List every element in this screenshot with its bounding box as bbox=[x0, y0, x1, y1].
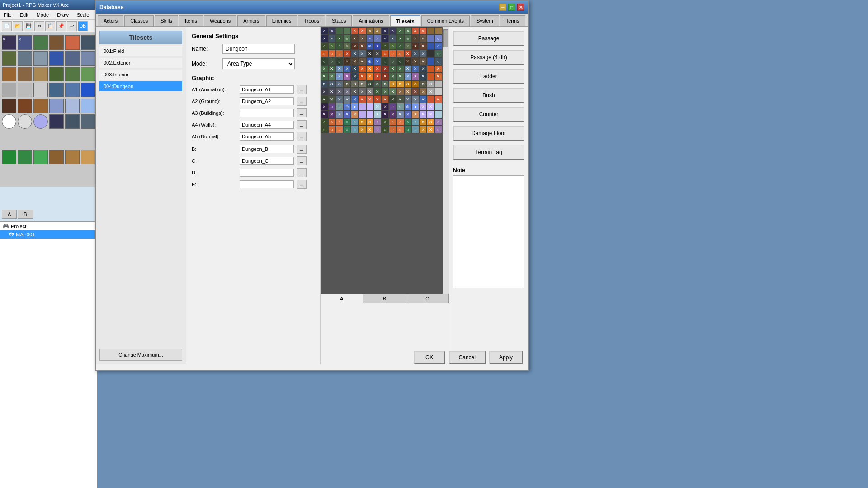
tile-cell[interactable] bbox=[2, 150, 16, 164]
tile-cell[interactable] bbox=[49, 35, 64, 50]
a1-browse[interactable]: ... bbox=[297, 85, 307, 94]
a3-browse[interactable]: ... bbox=[297, 108, 307, 117]
tileset-item-002[interactable]: 002:Exterior bbox=[99, 58, 182, 68]
db-btn[interactable]: DB bbox=[78, 21, 88, 31]
save-btn[interactable]: 💾 bbox=[24, 21, 33, 31]
left-tab-a[interactable]: A bbox=[2, 210, 17, 219]
cancel-button[interactable]: Cancel bbox=[449, 351, 486, 364]
copy-btn[interactable]: 📋 bbox=[45, 21, 55, 31]
scrollbar-thumb[interactable] bbox=[443, 29, 448, 47]
tileset-item-004[interactable]: 004:Dungeon bbox=[99, 81, 182, 91]
tileset-item-001[interactable]: 001:Field bbox=[99, 46, 182, 56]
open-btn[interactable]: 📂 bbox=[13, 21, 23, 31]
tileset-item-003[interactable]: 003:Interior bbox=[99, 70, 182, 80]
tile-cell[interactable] bbox=[81, 51, 95, 66]
a5-input[interactable] bbox=[240, 132, 294, 141]
tile-cell[interactable] bbox=[33, 51, 48, 66]
tab-tilesets[interactable]: Tilesets bbox=[390, 15, 420, 26]
tile-cell[interactable] bbox=[33, 99, 48, 113]
maximize-btn[interactable]: □ bbox=[508, 4, 515, 11]
menu-file[interactable]: File bbox=[2, 11, 14, 19]
tile-cell[interactable] bbox=[18, 150, 32, 164]
tile-cell[interactable] bbox=[33, 35, 48, 50]
tab-enemies[interactable]: Enemies bbox=[266, 15, 297, 26]
tile-cell[interactable] bbox=[65, 51, 80, 66]
b-input[interactable] bbox=[240, 145, 294, 153]
tile-cell[interactable] bbox=[2, 67, 16, 81]
tile-scrollbar[interactable] bbox=[443, 27, 449, 294]
ladder-button[interactable]: Ladder bbox=[453, 69, 524, 84]
bush-button[interactable]: Bush bbox=[453, 88, 524, 103]
a2-input[interactable] bbox=[240, 97, 294, 105]
passage-button[interactable]: Passage bbox=[453, 31, 524, 46]
a4-browse[interactable]: ... bbox=[297, 120, 307, 129]
left-tab-b[interactable]: B bbox=[18, 210, 33, 219]
tab-armors[interactable]: Armors bbox=[237, 15, 265, 26]
undo-btn[interactable]: ↩ bbox=[67, 21, 77, 31]
tile-cell[interactable] bbox=[49, 150, 64, 164]
tile-cell[interactable] bbox=[2, 35, 16, 50]
tab-system[interactable]: System bbox=[471, 15, 499, 26]
mode-select[interactable]: Area Type bbox=[222, 58, 295, 69]
tile-cell[interactable] bbox=[81, 150, 95, 164]
a5-browse[interactable]: ... bbox=[297, 132, 307, 141]
tile-cell[interactable] bbox=[2, 114, 16, 129]
e-input[interactable] bbox=[240, 180, 294, 188]
tile-cell[interactable] bbox=[33, 83, 48, 97]
tile-cell[interactable] bbox=[49, 114, 64, 129]
tab-terms[interactable]: Terms bbox=[500, 15, 525, 26]
a3-input[interactable] bbox=[240, 109, 294, 117]
note-textarea[interactable] bbox=[453, 175, 524, 288]
a4-input[interactable] bbox=[240, 121, 294, 129]
d-browse[interactable]: ... bbox=[297, 168, 307, 177]
tile-cell[interactable] bbox=[81, 67, 95, 81]
tile-cell[interactable] bbox=[49, 99, 64, 113]
tile-cell[interactable] bbox=[81, 114, 95, 129]
tile-cell[interactable] bbox=[65, 114, 80, 129]
paste-btn[interactable]: 📌 bbox=[56, 21, 66, 31]
tile-tab-a[interactable]: A bbox=[321, 294, 363, 303]
a1-input[interactable] bbox=[240, 85, 294, 94]
tab-skills[interactable]: Skills bbox=[155, 15, 178, 26]
cut-btn[interactable]: ✂ bbox=[34, 21, 44, 31]
c-input[interactable] bbox=[240, 157, 294, 165]
tile-tab-b[interactable]: B bbox=[363, 294, 406, 303]
tile-cell[interactable] bbox=[18, 99, 32, 113]
tile-cell[interactable] bbox=[33, 114, 48, 129]
close-btn[interactable]: ✕ bbox=[517, 4, 524, 11]
tab-weapons[interactable]: Weapons bbox=[204, 15, 236, 26]
menu-edit[interactable]: Edit bbox=[18, 11, 30, 19]
tile-cell[interactable] bbox=[65, 67, 80, 81]
counter-button[interactable]: Counter bbox=[453, 107, 524, 122]
tab-classes[interactable]: Classes bbox=[124, 15, 154, 26]
tab-actors[interactable]: Actors bbox=[98, 15, 123, 26]
minimize-btn[interactable]: ─ bbox=[499, 4, 506, 11]
tile-cell[interactable] bbox=[18, 83, 32, 97]
tile-cell[interactable] bbox=[81, 83, 95, 97]
c-browse[interactable]: ... bbox=[297, 156, 307, 165]
ok-button[interactable]: OK bbox=[414, 351, 445, 364]
tile-cell[interactable] bbox=[65, 150, 80, 164]
tab-items[interactable]: Items bbox=[179, 15, 203, 26]
change-max-button[interactable]: Change Maximum... bbox=[99, 349, 182, 361]
tile-cell[interactable] bbox=[18, 67, 32, 81]
tab-troops[interactable]: Troops bbox=[298, 15, 325, 26]
name-input[interactable] bbox=[222, 44, 295, 54]
tile-grid[interactable]: ✕ ✕ ✕ ✕ ✕ ✕ ✕ ✕ ✕ ✕ ✕ ✕ bbox=[321, 27, 443, 294]
tab-common-events[interactable]: Common Events bbox=[421, 15, 470, 26]
apply-button[interactable]: Apply bbox=[489, 351, 523, 364]
tile-cell[interactable] bbox=[81, 35, 95, 50]
tile-tab-c[interactable]: C bbox=[406, 294, 449, 303]
tile-cell[interactable] bbox=[49, 67, 64, 81]
tile-cell[interactable] bbox=[2, 99, 16, 113]
passage4-button[interactable]: Passage (4 dir) bbox=[453, 50, 524, 65]
tile-cell[interactable] bbox=[2, 83, 16, 97]
menu-mode[interactable]: Mode bbox=[35, 11, 51, 19]
tile-cell[interactable] bbox=[18, 51, 32, 66]
terrain-tag-button[interactable]: Terrain Tag bbox=[453, 145, 524, 160]
project-root[interactable]: 🎮 Project1 bbox=[0, 222, 97, 230]
tab-animations[interactable]: Animations bbox=[353, 15, 389, 26]
damage-floor-button[interactable]: Damage Floor bbox=[453, 126, 524, 141]
menu-draw[interactable]: Draw bbox=[55, 11, 71, 19]
tile-cell[interactable] bbox=[65, 99, 80, 113]
